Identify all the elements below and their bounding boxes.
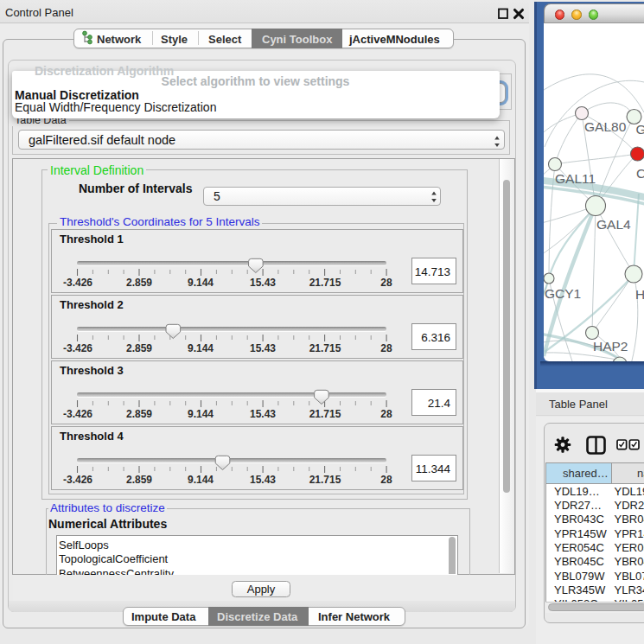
svg-text:CO: CO — [636, 166, 644, 181]
svg-text:GA: GA — [636, 122, 644, 137]
svg-text:GAL4: GAL4 — [596, 217, 631, 232]
svg-text:HA: HA — [635, 287, 644, 302]
svg-text:GAL11: GAL11 — [555, 171, 596, 186]
svg-text:HAP2: HAP2 — [593, 339, 628, 354]
svg-text:GCY1: GCY1 — [545, 286, 581, 301]
svg-text:GAL80: GAL80 — [584, 119, 627, 134]
